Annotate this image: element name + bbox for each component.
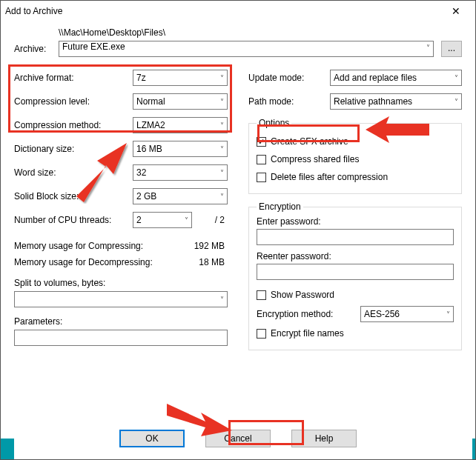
cancel-button[interactable]: Cancel [205, 430, 271, 447]
browse-button[interactable]: ... [441, 41, 462, 57]
split-volumes-label: Split to volumes, bytes: [14, 278, 228, 288]
archive-filename-value: Future EXE.exe [62, 41, 125, 52]
word-size-label: Word size: [14, 167, 133, 178]
right-column: Update mode: Add and replace files ˅ Pat… [248, 66, 462, 358]
chevron-down-icon: ˅ [220, 121, 224, 130]
archive-label: Archive: [14, 44, 59, 54]
chevron-down-icon: ˅ [220, 169, 224, 177]
background-decoration [472, 439, 475, 459]
parameters-input[interactable] [14, 330, 228, 346]
solid-block-size-select[interactable]: 2 GB ˅ [133, 188, 228, 204]
show-password-checkbox[interactable] [257, 290, 266, 300]
encryption-group: Encryption Enter password: Reenter passw… [248, 201, 462, 350]
dictionary-size-select[interactable]: 16 MB ˅ [133, 141, 228, 157]
compression-level-label: Compression level: [14, 96, 133, 107]
chevron-down-icon: ˅ [426, 44, 430, 52]
options-title: Options [257, 118, 291, 128]
encryption-method-select[interactable]: AES-256 ˅ [360, 306, 454, 322]
parameters-label: Parameters: [14, 316, 228, 327]
memory-decompress-value: 18 MB [199, 257, 228, 267]
cpu-threads-select[interactable]: 2 ˅ [133, 212, 192, 228]
chevron-down-icon: ˅ [220, 296, 224, 304]
chevron-down-icon: ˅ [185, 216, 188, 224]
sfx-checkbox[interactable] [257, 137, 266, 147]
cpu-threads-total: / 2 [192, 215, 228, 225]
options-group: Options Create SFX archive Compress shar… [248, 118, 462, 194]
delete-after-checkbox[interactable] [257, 173, 266, 182]
compression-method-select[interactable]: LZMA2 ˅ [133, 117, 228, 133]
memory-decompress-label: Memory usage for Decompressing: [14, 257, 199, 267]
button-bar: OK Cancel Help [1, 430, 475, 447]
update-mode-select[interactable]: Add and replace files ˅ [330, 70, 462, 86]
ok-button[interactable]: OK [119, 430, 185, 447]
chevron-down-icon: ˅ [220, 74, 224, 82]
memory-compress-label: Memory usage for Compressing: [14, 241, 194, 251]
split-volumes-select[interactable]: ˅ [14, 291, 228, 307]
enter-password-label: Enter password: [257, 216, 454, 227]
encrypt-filenames-checkbox[interactable] [257, 329, 266, 339]
memory-compress-value: 192 MB [194, 241, 228, 251]
reenter-password-input[interactable] [257, 264, 454, 280]
compress-shared-label: Compress shared files [271, 154, 359, 164]
window-title: Add to Archive [5, 6, 441, 16]
encryption-method-label: Encryption method: [257, 309, 360, 319]
chevron-down-icon: ˅ [220, 193, 224, 201]
compression-level-select[interactable]: Normal ˅ [133, 93, 228, 110]
left-column: Archive format: 7z ˅ Compression level: … [14, 66, 228, 358]
path-mode-select[interactable]: Relative pathnames ˅ [330, 93, 462, 110]
compress-shared-checkbox[interactable] [257, 155, 266, 164]
chevron-down-icon: ˅ [446, 310, 450, 319]
content: \\Mac\Home\Desktop\Files\ Archive: Futur… [1, 21, 475, 358]
close-icon[interactable]: ✕ [441, 5, 471, 17]
background-decoration [1, 439, 14, 459]
chevron-down-icon: ˅ [454, 74, 458, 82]
archive-format-select[interactable]: 7z ˅ [133, 70, 228, 86]
dictionary-size-label: Dictionary size: [14, 144, 133, 154]
encrypt-filenames-label: Encrypt file names [271, 328, 344, 339]
sfx-label: Create SFX archive [271, 136, 348, 147]
archive-format-label: Archive format: [14, 73, 133, 83]
archive-filename-input[interactable]: Future EXE.exe ˅ [59, 41, 434, 57]
chevron-down-icon: ˅ [220, 98, 224, 106]
reenter-password-label: Reenter password: [257, 251, 454, 261]
help-button[interactable]: Help [291, 430, 357, 447]
chevron-down-icon: ˅ [454, 98, 458, 106]
word-size-select[interactable]: 32 ˅ [133, 164, 228, 181]
chevron-down-icon: ˅ [220, 145, 224, 153]
cpu-threads-label: Number of CPU threads: [14, 215, 133, 225]
archive-path: \\Mac\Home\Desktop\Files\ [59, 27, 165, 38]
update-mode-label: Update mode: [248, 73, 330, 83]
enter-password-input[interactable] [257, 229, 454, 245]
encryption-title: Encryption [257, 201, 303, 212]
show-password-label: Show Password [271, 290, 334, 300]
dialog-window: Add to Archive ✕ \\Mac\Home\Desktop\File… [0, 0, 476, 460]
solid-block-size-label: Solid Block size: [14, 191, 133, 201]
delete-after-label: Delete files after compression [271, 172, 388, 182]
compression-method-label: Compression method: [14, 120, 133, 130]
path-mode-label: Path mode: [248, 96, 330, 107]
titlebar: Add to Archive ✕ [1, 1, 475, 21]
